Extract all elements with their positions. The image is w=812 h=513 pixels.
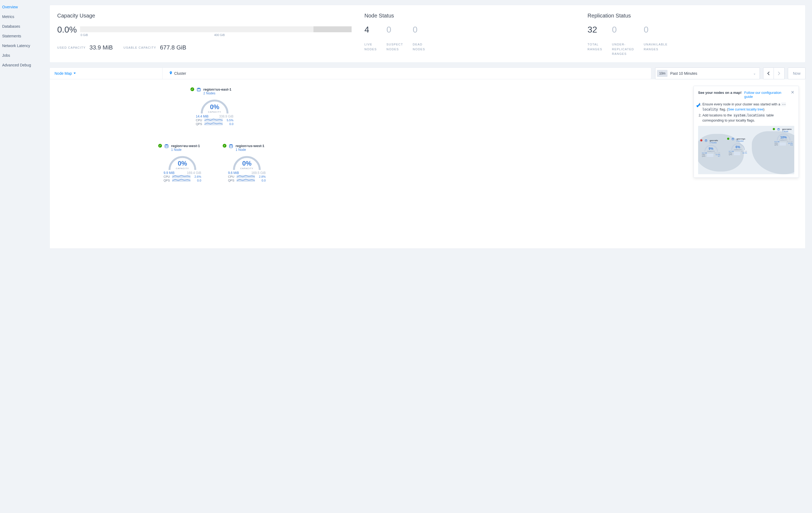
capacity-tick-right: 400 GiB	[214, 33, 225, 36]
status-value: 32	[587, 25, 602, 35]
main-content: Capacity Usage 0.0% 0 GiB 400 GiB	[48, 0, 812, 513]
qps-value: 0.0	[224, 122, 233, 126]
qps-label: QPS	[164, 179, 171, 182]
toolbar: Node Map Cluster 10m Past 10 Minutes ⌄	[50, 68, 806, 79]
mem-total: 338.9 GiB	[219, 114, 233, 118]
status-label: UNDER-REPLICATEDRANGES	[612, 42, 634, 56]
time-range-select[interactable]: 10m Past 10 Minutes ⌄	[655, 68, 760, 79]
prev-button[interactable]	[763, 68, 774, 79]
mem-total: 169.5 GiB	[252, 171, 266, 175]
region-card[interactable]: ✓ region=us-west-1 1 Node 0%CAPACITY 9.6…	[223, 144, 271, 182]
mini-gauge: 6%CAPACITY	[731, 142, 745, 151]
stats-card: Capacity Usage 0.0% 0 GiB 400 GiB	[50, 5, 806, 63]
qps-value: 0.0	[257, 179, 266, 182]
toolbar-left: Node Map Cluster	[50, 68, 651, 79]
mini-region: geo=ams1 Node 10%CAPACITY 3.6 GB34.4 GB …	[773, 128, 794, 146]
mem-total: 169.4 GiB	[187, 171, 201, 175]
database-icon	[164, 144, 169, 150]
mem-used: 9.9 MiB	[164, 171, 175, 175]
status-ok-icon: ✓	[223, 144, 226, 147]
region-nodes[interactable]: 1 Node	[171, 148, 200, 152]
used-capacity-value: 33.9 MiB	[89, 44, 113, 51]
svg-point-5	[229, 144, 233, 145]
status-value: 4	[365, 25, 377, 35]
region-card[interactable]: ✓ region=eu-west-1 1 Node 0%CAPACITY 9.9…	[158, 144, 207, 182]
time-range-text: Past 10 Minutes	[670, 71, 751, 76]
mini-region: geo=nyc2 Nodes 6%CAPACITY 3.7 GB63.7 GB …	[727, 138, 749, 155]
sidebar: OverviewMetricsDatabasesStatementsNetwor…	[0, 0, 48, 513]
svg-point-2	[778, 128, 780, 129]
capacity-section: Capacity Usage 0.0% 0 GiB 400 GiB	[57, 12, 352, 56]
callout-step-1: Ensure every node in your cluster was st…	[702, 102, 794, 112]
status-dot-icon	[700, 139, 702, 141]
close-icon[interactable]: ✕	[791, 90, 794, 95]
mem-used: 14.4 MiB	[196, 114, 208, 118]
breadcrumb[interactable]: Cluster	[169, 71, 186, 76]
status-dot-icon	[773, 128, 775, 130]
capacity-tick-left: 0 GiB	[81, 33, 88, 36]
usable-capacity-value: 677.8 GiB	[160, 44, 186, 51]
node-status-title: Node Status	[365, 12, 575, 19]
status-ok-icon: ✓	[191, 87, 194, 91]
capacity-bar-fill	[314, 26, 352, 32]
map-callout: See your nodes on a map! Follow our conf…	[694, 86, 799, 178]
mem-used: 9.6 MiB	[228, 171, 239, 175]
cpu-sparkline	[172, 175, 191, 178]
cpu-sparkline	[204, 118, 223, 122]
status-label: SUSPECTNODES	[386, 42, 403, 52]
used-capacity-label: USED CAPACITY	[57, 46, 86, 50]
replication-title: Replication Status	[587, 12, 798, 19]
status-value: 0	[386, 25, 403, 35]
sidebar-item-statements[interactable]: Statements	[2, 31, 48, 41]
status-col: 0UNAVAILABLERANGES	[644, 25, 667, 56]
caret-down-icon	[74, 73, 76, 74]
region-nodes[interactable]: 1 Node	[236, 148, 264, 152]
sidebar-item-overview[interactable]: Overview	[2, 2, 48, 12]
capacity-title: Capacity Usage	[57, 12, 352, 19]
region-name: region=eu-west-1	[171, 144, 200, 148]
locality-tree-link[interactable]: See current locality tree	[728, 108, 763, 111]
database-icon	[196, 87, 201, 93]
qps-sparkline	[204, 122, 223, 125]
sidebar-item-network-latency[interactable]: Network Latency	[2, 41, 48, 51]
sidebar-item-databases[interactable]: Databases	[2, 22, 48, 31]
database-icon	[777, 128, 780, 132]
svg-point-0	[705, 139, 707, 140]
mini-gauge: 9%CAPACITY	[704, 144, 719, 152]
status-dot-icon	[727, 138, 729, 140]
status-col: 0DEADNODES	[413, 25, 425, 52]
status-col: 4LIVENODES	[365, 25, 377, 52]
svg-point-1	[732, 138, 734, 139]
qps-label: QPS	[228, 179, 235, 182]
cpu-sparkline	[237, 175, 255, 178]
cpu-label: CPU	[196, 118, 203, 122]
sidebar-item-metrics[interactable]: Metrics	[2, 12, 48, 22]
node-map-canvas[interactable]: See your nodes on a map! Follow our conf…	[50, 79, 806, 249]
capacity-gauge: 0%CAPACITY	[168, 154, 197, 170]
database-icon	[229, 144, 233, 150]
cpu-label: CPU	[228, 175, 235, 178]
status-value: 0	[612, 25, 634, 35]
sidebar-item-jobs[interactable]: Jobs	[2, 51, 48, 60]
sidebar-item-advanced-debug[interactable]: Advanced Debug	[2, 60, 48, 70]
qps-sparkline	[237, 179, 255, 182]
region-name: region=us-west-1	[236, 144, 264, 148]
status-label: UNAVAILABLERANGES	[644, 42, 667, 52]
status-value: 0	[413, 25, 425, 35]
status-col: 32TOTALRANGES	[587, 25, 602, 56]
status-ok-icon: ✓	[158, 144, 162, 147]
cpu-value: 5.5%	[224, 118, 233, 122]
svg-point-4	[165, 144, 168, 145]
next-button[interactable]	[774, 68, 785, 79]
callout-step-2: Add locations to the system.locations ta…	[702, 113, 794, 123]
capacity-percent: 0.0%	[57, 25, 77, 35]
region-nodes[interactable]: 2 Nodes	[203, 91, 231, 95]
now-button[interactable]: Now	[788, 68, 806, 79]
region-card[interactable]: ✓ region=us-east-1 2 Nodes 0%CAPACITY 14…	[191, 87, 239, 126]
node-status-section: Node Status 4LIVENODES0SUSPECTNODES0DEAD…	[365, 12, 575, 56]
status-label: LIVENODES	[365, 42, 377, 52]
view-select[interactable]: Node Map	[55, 71, 76, 76]
callout-guide-link[interactable]: Follow our configuration guide	[744, 90, 788, 99]
status-label: TOTALRANGES	[587, 42, 602, 52]
database-icon	[731, 138, 734, 141]
